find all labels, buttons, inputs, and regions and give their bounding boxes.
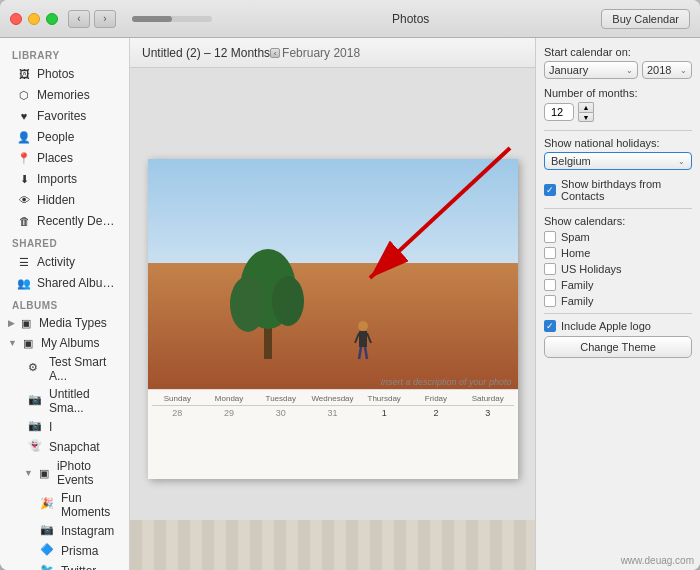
sidebar-group-my-albums[interactable]: ▼ ▣ My Albums <box>0 333 129 353</box>
calendar-us-holidays-row[interactable]: US Holidays <box>544 263 692 275</box>
sidebar-item-label: Imports <box>37 172 77 186</box>
sidebar-item-places[interactable]: 📍 Places <box>4 148 125 168</box>
sidebar-item-untitled-sma[interactable]: 📷 Untitled Sma... <box>0 385 129 417</box>
main-content: Untitled (2) – 12 Months February 2018 ‹ <box>130 38 535 570</box>
sidebar-item-label: Places <box>37 151 73 165</box>
cal-date: 28 <box>152 406 204 420</box>
family-checkbox-1[interactable] <box>544 279 556 291</box>
sidebar-item-twitter[interactable]: 🐦 Twitter <box>0 561 129 570</box>
sidebar-item-test-smart[interactable]: ⚙ Test Smart A... <box>0 353 129 385</box>
collapse-sidebar-button[interactable]: ‹ <box>270 48 280 58</box>
sidebar-group-iphoto-events[interactable]: ▼ ▣ iPhoto Events <box>0 457 129 489</box>
maximize-button[interactable] <box>46 13 58 25</box>
people-icon: 👤 <box>16 129 32 145</box>
forward-button[interactable]: › <box>94 10 116 28</box>
calendar-spam-row[interactable]: Spam <box>544 231 692 243</box>
day-name-friday: Friday <box>410 394 462 403</box>
places-icon: 📍 <box>16 150 32 166</box>
months-decrement-button[interactable]: ▼ <box>578 112 594 122</box>
sidebar-item-label: People <box>37 130 74 144</box>
birthdays-checkbox[interactable]: ✓ <box>544 184 556 196</box>
sidebar-item-people[interactable]: 👤 People <box>4 127 125 147</box>
svg-line-8 <box>359 347 361 359</box>
holidays-row: Show national holidays: Belgium ⌄ <box>544 137 692 170</box>
sidebar-item-label: Memories <box>37 88 90 102</box>
cal-date-3: 3 <box>462 406 514 420</box>
sidebar-item-shared-albums[interactable]: 👥 Shared Albums <box>4 273 125 293</box>
sidebar-item-label: I <box>49 420 52 434</box>
activity-icon: ☰ <box>16 254 32 270</box>
calendar-family-row-2[interactable]: Family <box>544 295 692 307</box>
shared-section-label: Shared <box>0 232 129 251</box>
calendar-family-row-1[interactable]: Family <box>544 279 692 291</box>
sidebar-item-instagram[interactable]: 📷 Instagram <box>0 521 129 541</box>
sidebar-item-i[interactable]: 📷 I <box>0 417 129 437</box>
minimize-button[interactable] <box>28 13 40 25</box>
month-select[interactable]: January ⌄ <box>544 61 638 79</box>
num-months-row: Number of months: 12 ▲ ▼ <box>544 87 692 122</box>
sidebar-item-label: Favorites <box>37 109 86 123</box>
tree-svg <box>228 229 308 359</box>
sidebar-item-recently-deleted[interactable]: 🗑 Recently Deleted <box>4 211 125 231</box>
svg-line-7 <box>367 333 371 343</box>
us-holidays-checkbox[interactable] <box>544 263 556 275</box>
sidebar-item-imports[interactable]: ⬇ Imports <box>4 169 125 189</box>
photos-icon: 🖼 <box>16 66 32 82</box>
prisma-icon: 🔷 <box>40 543 56 559</box>
i-icon: 📷 <box>28 419 44 435</box>
apple-logo-row[interactable]: ✓ Include Apple logo <box>544 320 692 332</box>
sidebar-item-label: Instagram <box>61 524 114 538</box>
holidays-select[interactable]: Belgium ⌄ <box>544 152 692 170</box>
start-calendar-row: Start calendar on: January ⌄ 2018 ⌄ <box>544 46 692 79</box>
num-months-label: Number of months: <box>544 87 692 99</box>
apple-logo-checkbox[interactable]: ✓ <box>544 320 556 332</box>
close-button[interactable] <box>10 13 22 25</box>
back-button[interactable]: ‹ <box>68 10 90 28</box>
svg-rect-5 <box>359 331 367 347</box>
family-checkbox-2[interactable] <box>544 295 556 307</box>
photo-area: Insert a description of your photo <box>148 159 518 389</box>
expand-arrow: ▼ <box>8 338 17 348</box>
sidebar-item-prisma[interactable]: 🔷 Prisma <box>0 541 129 561</box>
day-name-sunday: Sunday <box>152 394 204 403</box>
snapchat-icon: 👻 <box>28 439 44 455</box>
sidebar-item-label: Fun Moments <box>61 491 121 519</box>
favorites-icon: ♥ <box>16 108 32 124</box>
months-value[interactable]: 12 <box>544 103 574 121</box>
year-select[interactable]: 2018 ⌄ <box>642 61 692 79</box>
calendar-preview[interactable]: Insert a description of your photo Sunda… <box>130 68 535 570</box>
iphoto-events-icon: ▣ <box>36 465 52 481</box>
home-checkbox[interactable] <box>544 247 556 259</box>
spam-checkbox[interactable] <box>544 231 556 243</box>
calendar-home-row[interactable]: Home <box>544 247 692 259</box>
settings-panel: Start calendar on: January ⌄ 2018 ⌄ Numb… <box>535 38 700 570</box>
months-increment-button[interactable]: ▲ <box>578 102 594 112</box>
spam-label: Spam <box>561 231 590 243</box>
sidebar-item-fun-moments[interactable]: 🎉 Fun Moments <box>0 489 129 521</box>
cal-date: 30 <box>255 406 307 420</box>
sidebar-item-snapchat[interactable]: 👻 Snapchat <box>0 437 129 457</box>
svg-point-3 <box>272 276 304 326</box>
sidebar-item-favorites[interactable]: ♥ Favorites <box>4 106 125 126</box>
change-theme-button[interactable]: Change Theme <box>544 336 692 358</box>
sidebar-group-media-types[interactable]: ▶ ▣ Media Types <box>0 313 129 333</box>
days-header: Sunday Monday Tuesday Wednesday Thursday… <box>148 390 518 405</box>
svg-line-6 <box>355 333 359 343</box>
memories-icon: ⬡ <box>16 87 32 103</box>
sidebar-item-label: Activity <box>37 255 75 269</box>
traffic-lights <box>10 13 58 25</box>
calendar-dates: 28 29 30 31 1 2 3 <box>148 406 518 420</box>
photo-placeholder <box>148 159 518 389</box>
cal-date: 31 <box>307 406 359 420</box>
sidebar-item-label: Twitter <box>61 564 96 570</box>
sidebar-item-memories[interactable]: ⬡ Memories <box>4 85 125 105</box>
family-label-1: Family <box>561 279 593 291</box>
birthdays-row[interactable]: ✓ Show birthdays from Contacts <box>544 178 692 202</box>
buy-calendar-button[interactable]: Buy Calendar <box>601 9 690 29</box>
sidebar-item-hidden[interactable]: 👁 Hidden <box>4 190 125 210</box>
sidebar-item-activity[interactable]: ☰ Activity <box>4 252 125 272</box>
sidebar-item-photos[interactable]: 🖼 Photos <box>4 64 125 84</box>
sidebar-item-label: My Albums <box>41 336 100 350</box>
sidebar-item-label: Snapchat <box>49 440 100 454</box>
day-name-monday: Monday <box>203 394 255 403</box>
